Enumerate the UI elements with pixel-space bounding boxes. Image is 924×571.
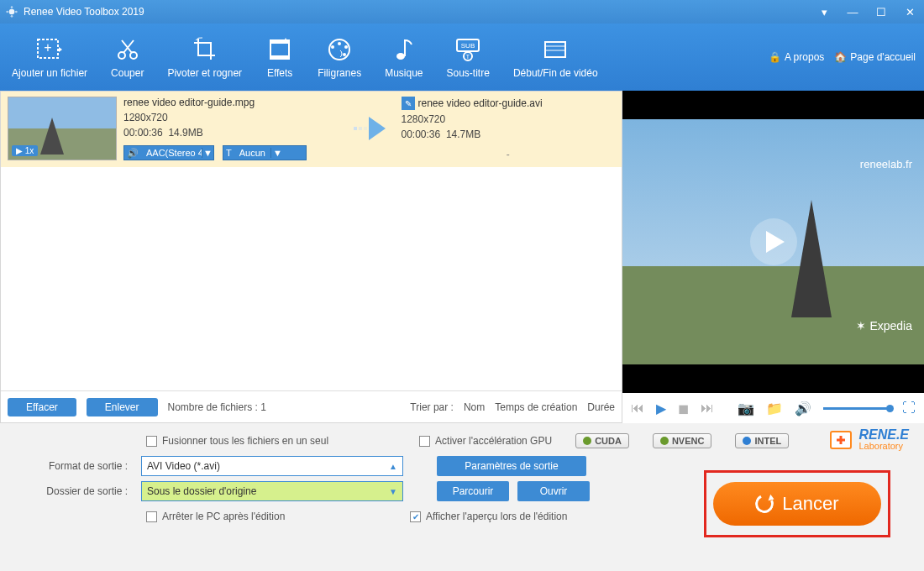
- lock-icon: 🔒: [769, 51, 781, 63]
- fullscreen-button[interactable]: ⛶: [902, 401, 916, 416]
- svg-point-13: [331, 45, 334, 49]
- conversion-arrow-icon: [344, 97, 395, 160]
- open-button[interactable]: Ouvrir: [517, 481, 590, 501]
- file-count: Nombre de fichiers : 1: [168, 401, 266, 413]
- scissors-icon: [113, 35, 142, 64]
- file-row[interactable]: ▶ 1x renee video editor-guide.mpg 1280x7…: [1, 92, 622, 167]
- cuda-chip[interactable]: CUDA: [575, 433, 629, 448]
- file-list: ▶ 1x renee video editor-guide.mpg 1280x7…: [1, 92, 622, 390]
- close-button[interactable]: ✕: [895, 0, 924, 24]
- volume-icon[interactable]: 🔊: [795, 401, 811, 416]
- home-icon: 🏠: [834, 51, 847, 63]
- svg-point-0: [9, 9, 15, 15]
- video-preview[interactable]: reneelab.fr ✶Expedia: [622, 119, 924, 364]
- svg-point-16: [343, 53, 346, 56]
- app-title: Renee Video Toolbox 2019: [24, 6, 144, 18]
- svg-point-1: [6, 11, 8, 13]
- subtitle-icon: SUBT: [454, 35, 482, 64]
- watermark-icon: [325, 35, 354, 64]
- maximize-button[interactable]: ☐: [867, 0, 895, 24]
- edit-output-name-button[interactable]: ✎: [402, 97, 415, 110]
- output-format-dropdown[interactable]: AVI Video (*.avi)▲: [141, 456, 403, 476]
- preview-checkbox[interactable]: ✔Afficher l'aperçu lors de l'édition: [410, 511, 567, 522]
- prev-button[interactable]: ⏮: [631, 401, 644, 416]
- input-filename: renee video editor-guide.mpg: [123, 97, 338, 108]
- format-label: Format de sortie :: [12, 460, 133, 472]
- crop-icon: [191, 35, 219, 64]
- play-button[interactable]: ▶: [656, 401, 666, 416]
- rotate-crop-button[interactable]: Pivoter et rogner: [155, 24, 254, 91]
- svg-text:+: +: [44, 40, 51, 55]
- home-link[interactable]: 🏠Page d'accueil: [834, 51, 916, 63]
- stop-button[interactable]: ◼: [678, 401, 689, 416]
- bottom-panel: RENE.ELaboratory Fusionner tous les fich…: [0, 423, 924, 571]
- browse-button[interactable]: Parcourir: [437, 481, 509, 501]
- about-link[interactable]: 🔒A propos: [769, 51, 824, 63]
- thumbnail-speed-badge: ▶ 1x: [12, 145, 38, 156]
- audio-codec-dropdown[interactable]: 🔊AAC(Stereo 4▼: [123, 145, 214, 160]
- svg-point-3: [11, 6, 13, 8]
- launch-highlight: Lancer: [704, 470, 890, 537]
- main-toolbar: + Ajouter un fichier Couper Pivoter et r…: [0, 24, 924, 91]
- title-bar: Renee Video Toolbox 2019 ▾ — ☐ ✕: [0, 0, 924, 24]
- begin-end-button[interactable]: Début/Fin de vidéo: [501, 24, 610, 91]
- subtitle-t-icon: T: [223, 148, 234, 158]
- toolbar-chevron-icon[interactable]: ▾: [810, 0, 838, 24]
- volume-slider[interactable]: [823, 407, 890, 410]
- clear-button[interactable]: Effacer: [8, 398, 76, 416]
- remove-button[interactable]: Enlever: [87, 398, 158, 416]
- cut-button[interactable]: Couper: [99, 24, 155, 91]
- play-overlay-icon[interactable]: [750, 218, 797, 265]
- refresh-icon: [753, 492, 776, 516]
- preview-brand-badge: ✶Expedia: [856, 319, 912, 333]
- svg-point-17: [396, 53, 405, 60]
- list-footer: Effacer Enlever Nombre de fichiers : 1 T…: [1, 390, 622, 422]
- filmstrip-icon: [265, 35, 294, 64]
- preview-watermark: reneelab.fr: [860, 158, 912, 170]
- nvenc-chip[interactable]: NVENC: [653, 433, 712, 448]
- svg-text:T: T: [466, 54, 470, 60]
- folder-label: Dossier de sortie :: [12, 485, 133, 497]
- merge-checkbox[interactable]: Fusionner tous les fichiers en un seul: [146, 435, 328, 447]
- subtitle-button[interactable]: SUBT Sous-titre: [435, 24, 501, 91]
- output-filename: renee video editor-guide.avi: [418, 97, 543, 109]
- intel-chip[interactable]: INTEL: [735, 433, 789, 448]
- music-button[interactable]: Musique: [373, 24, 434, 91]
- brand-logo: RENE.ELaboratory: [828, 427, 909, 452]
- sort-name[interactable]: Nom: [464, 401, 485, 413]
- svg-rect-11: [270, 55, 289, 59]
- sort-time[interactable]: Temps de création: [495, 401, 577, 413]
- add-file-button[interactable]: + Ajouter un fichier: [0, 24, 99, 91]
- snapshot-button[interactable]: 📷: [738, 401, 754, 416]
- launch-button[interactable]: Lancer: [713, 482, 881, 526]
- add-file-icon: +: [35, 35, 64, 64]
- player-controls: ⏮ ▶ ◼ ⏭ 📷 📁 🔊 ⛶: [622, 393, 924, 423]
- svg-text:SUB: SUB: [461, 42, 475, 50]
- music-note-icon: [390, 35, 418, 64]
- gpu-checkbox[interactable]: Activer l'accélération GPU: [419, 435, 552, 447]
- input-thumbnail[interactable]: ▶ 1x: [8, 97, 117, 160]
- minimize-button[interactable]: —: [838, 0, 867, 24]
- input-resolution: 1280x720: [123, 112, 338, 123]
- svg-point-14: [338, 42, 341, 45]
- svg-point-4: [11, 15, 13, 18]
- watermarks-button[interactable]: Filigranes: [306, 24, 373, 91]
- output-extra: -: [402, 149, 616, 160]
- next-button[interactable]: ⏭: [701, 401, 714, 416]
- speaker-icon: 🔊: [124, 148, 141, 159]
- begin-end-icon: [541, 35, 570, 64]
- svg-rect-22: [545, 42, 565, 57]
- subtitle-dropdown[interactable]: TAucun▼: [223, 145, 307, 160]
- output-folder-dropdown[interactable]: Sous le dossier d'origine▼: [141, 481, 403, 501]
- output-resolution: 1280x720: [402, 113, 616, 125]
- svg-point-15: [344, 45, 348, 49]
- output-settings-button[interactable]: Paramètres de sortie: [437, 456, 586, 476]
- shutdown-checkbox[interactable]: Arrêter le PC après l'édition: [146, 511, 390, 522]
- app-logo-icon: [5, 5, 18, 18]
- effects-button[interactable]: Effets: [254, 24, 306, 91]
- sort-duration[interactable]: Durée: [587, 401, 615, 413]
- svg-point-2: [15, 11, 18, 13]
- open-folder-button[interactable]: 📁: [766, 401, 783, 416]
